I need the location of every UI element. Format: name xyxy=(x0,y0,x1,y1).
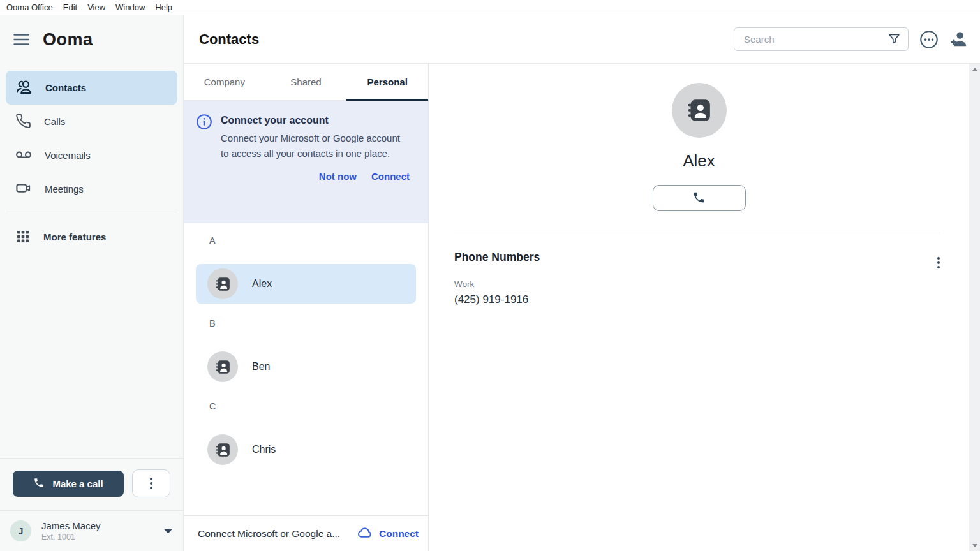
contact-list-panel: Company Shared Personal Connect your acc… xyxy=(184,64,429,551)
hamburger-menu-icon[interactable] xyxy=(13,33,29,46)
sidebar-item-label: More features xyxy=(43,231,106,242)
section-letter: A xyxy=(209,235,416,246)
user-name: James Macey xyxy=(41,520,153,531)
sidebar-item-label: Contacts xyxy=(45,82,86,93)
contact-name: Ben xyxy=(252,361,270,372)
search-box xyxy=(734,27,909,51)
contact-more-options-button[interactable] xyxy=(937,257,940,268)
tab-personal[interactable]: Personal xyxy=(346,64,428,100)
sidebar-item-label: Calls xyxy=(44,116,65,127)
page-header: Contacts xyxy=(184,15,980,64)
sidebar-item-label: Meetings xyxy=(45,184,84,195)
chevron-down-icon[interactable] xyxy=(163,525,173,537)
contact-card-icon xyxy=(207,268,238,299)
phone-icon xyxy=(15,113,31,131)
sidebar-nav: Contacts Calls Voicemails xyxy=(0,64,183,254)
kebab-icon xyxy=(937,257,940,268)
connect-account-footer: Connect Microsoft or Google a... Connect xyxy=(184,515,428,551)
avatar: J xyxy=(10,520,31,541)
phone-numbers-title: Phone Numbers xyxy=(454,251,969,264)
connect-account-banner: Connect your account Connect your Micros… xyxy=(184,101,428,223)
section-letter: C xyxy=(209,401,416,411)
not-now-button[interactable]: Not now xyxy=(319,171,357,182)
sidebar-item-meetings[interactable]: Meetings xyxy=(6,172,177,206)
tab-shared[interactable]: Shared xyxy=(265,64,347,100)
footer-message: Connect Microsoft or Google a... xyxy=(198,528,357,540)
search-input[interactable] xyxy=(744,34,887,45)
ooma-logo: Ooma xyxy=(43,30,93,50)
page-title: Contacts xyxy=(199,31,259,48)
kebab-icon xyxy=(150,478,152,489)
filter-icon[interactable] xyxy=(887,33,901,46)
grid-icon xyxy=(15,228,31,246)
banner-title: Connect your account xyxy=(221,114,405,126)
contact-row-ben[interactable]: Ben xyxy=(196,347,416,386)
sidebar-item-contacts[interactable]: Contacts xyxy=(6,71,177,105)
connect-button[interactable]: Connect xyxy=(371,171,410,182)
contact-detail-name: Alex xyxy=(683,151,715,171)
vertical-scrollbar[interactable] xyxy=(969,64,980,551)
scroll-down-arrow-icon[interactable] xyxy=(972,544,977,547)
sidebar-item-voicemails[interactable]: Voicemails xyxy=(6,138,177,172)
scroll-up-arrow-icon[interactable] xyxy=(972,68,977,71)
more-options-button[interactable] xyxy=(919,30,939,49)
contact-tabs: Company Shared Personal xyxy=(184,64,428,101)
contact-row-chris[interactable]: Chris xyxy=(196,430,416,469)
banner-body: Connect your Microsoft or Google account… xyxy=(221,131,405,161)
info-icon xyxy=(196,114,212,161)
sidebar-actions: Make a call xyxy=(0,458,183,510)
contact-name: Chris xyxy=(252,444,276,455)
contact-detail-panel: Alex Phone Numbers Work xyxy=(429,64,969,551)
phone-numbers-section: Phone Numbers Work (425) 919-1916 xyxy=(429,233,969,306)
call-options-button[interactable] xyxy=(132,469,170,497)
contact-card-icon xyxy=(672,83,727,138)
tab-company[interactable]: Company xyxy=(184,64,265,100)
menu-edit[interactable]: Edit xyxy=(58,0,82,15)
phone-number: (425) 919-1916 xyxy=(454,293,969,306)
sidebar: Ooma Contacts Calls xyxy=(0,15,184,551)
phone-label: Work xyxy=(454,279,969,289)
menu-view[interactable]: View xyxy=(82,0,110,15)
section-letter: B xyxy=(209,318,416,328)
contacts-icon xyxy=(15,78,33,98)
sidebar-divider xyxy=(6,212,177,212)
menubar: Ooma Office Edit View Window Help xyxy=(0,0,980,15)
contact-list: A Alex B Ben xyxy=(184,223,428,515)
call-contact-button[interactable] xyxy=(653,185,746,211)
sidebar-item-label: Voicemails xyxy=(45,150,91,161)
contact-name: Alex xyxy=(252,278,272,290)
video-icon xyxy=(15,180,32,198)
cloud-icon xyxy=(357,524,373,543)
user-extension: Ext. 1001 xyxy=(41,533,153,541)
phone-icon xyxy=(692,191,706,206)
contact-card-icon xyxy=(207,351,238,382)
menu-help[interactable]: Help xyxy=(150,0,177,15)
sidebar-item-calls[interactable]: Calls xyxy=(6,105,177,138)
phone-icon xyxy=(33,477,45,490)
menu-window[interactable]: Window xyxy=(110,0,150,15)
footer-connect-button[interactable]: Connect xyxy=(357,524,419,543)
add-contact-button[interactable] xyxy=(949,30,968,48)
voicemail-icon xyxy=(15,146,32,165)
app-window: Ooma Office Edit View Window Help Ooma C… xyxy=(0,0,980,551)
sidebar-item-more-features[interactable]: More features xyxy=(6,220,177,254)
contact-card-icon xyxy=(207,434,238,465)
menu-app[interactable]: Ooma Office xyxy=(1,0,58,15)
contact-row-alex[interactable]: Alex xyxy=(196,264,416,304)
make-a-call-label: Make a call xyxy=(52,478,103,489)
user-profile[interactable]: J James Macey Ext. 1001 xyxy=(0,510,183,551)
make-a-call-button[interactable]: Make a call xyxy=(13,471,124,497)
main-area: Contacts xyxy=(184,15,980,551)
